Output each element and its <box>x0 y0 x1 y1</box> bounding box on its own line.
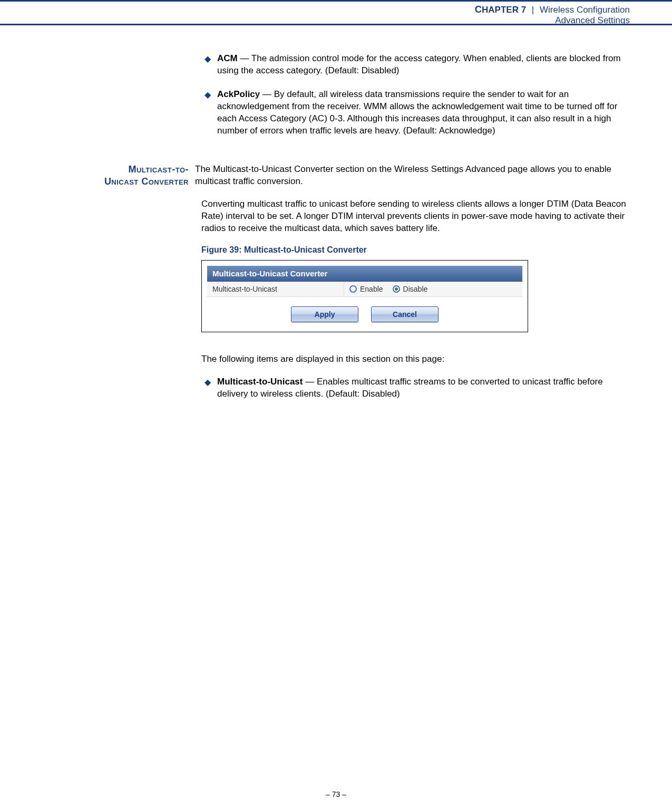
bullet-text: AckPolicy — By default, all wireless dat… <box>217 89 630 137</box>
list-item: ◆ Multicast-to-Unicast — Enables multica… <box>204 376 630 400</box>
panel-title: Multicast-to-Unicast Converter <box>207 266 522 282</box>
section-heading: Multicast-to- Unicast Converter <box>0 163 195 188</box>
section-heading-line1: Multicast-to- <box>128 164 189 175</box>
chapter-label: CChapter 7HAPTER 7 <box>475 5 526 15</box>
panel-buttons: Apply Cancel <box>207 297 522 326</box>
page-number: – 73 – <box>0 790 672 799</box>
desc: — The admission control mode for the acc… <box>217 53 621 75</box>
row-options: Enable Disable <box>344 282 522 296</box>
diamond-icon: ◆ <box>204 54 211 77</box>
bullet-list-bottom: ◆ Multicast-to-Unicast — Enables multica… <box>204 376 630 400</box>
section-intro: The Multicast-to-Unicast Converter secti… <box>195 163 630 188</box>
term: AckPolicy <box>217 89 260 99</box>
page-header: CChapter 7HAPTER 7 | Wireless Configurat… <box>0 0 672 25</box>
section-heading-line2: Unicast Converter <box>104 176 189 187</box>
header-separator: | <box>532 5 534 15</box>
list-item: ◆ ACM — The admission control mode for t… <box>204 53 630 77</box>
page-content: ◆ ACM — The admission control mode for t… <box>0 53 630 776</box>
figure-caption: Figure 39: Multicast-to-Unicast Converte… <box>201 245 630 255</box>
list-item: ◆ AckPolicy — By default, all wireless d… <box>204 89 630 137</box>
diamond-icon: ◆ <box>204 90 211 137</box>
bullet-text: ACM — The admission control mode for the… <box>217 53 630 77</box>
cancel-button[interactable]: Cancel <box>371 306 439 322</box>
radio-disable[interactable] <box>393 285 400 293</box>
header-title-2: Advanced Settings <box>0 15 630 26</box>
row-label: Multicast-to-Unicast <box>207 282 344 296</box>
term: Multicast-to-Unicast <box>217 377 303 387</box>
radio-enable[interactable] <box>349 285 357 293</box>
panel-row: Multicast-to-Unicast Enable Disable <box>207 282 522 297</box>
desc: — By default, all wireless data transmis… <box>217 89 617 136</box>
bullet-text: Multicast-to-Unicast — Enables multicast… <box>217 376 630 400</box>
apply-button[interactable]: Apply <box>291 306 358 322</box>
term: ACM <box>217 53 238 63</box>
radio-disable-label: Disable <box>403 285 428 293</box>
paragraph: Converting multicast traffic to unicast … <box>201 198 630 235</box>
figure-box: Multicast-to-Unicast Converter Multicast… <box>201 260 528 332</box>
bullet-list-top: ◆ ACM — The admission control mode for t… <box>204 53 630 137</box>
header-title-1: Wireless Configuration <box>540 5 630 15</box>
radio-enable-label: Enable <box>360 285 383 293</box>
paragraph: The following items are displayed in thi… <box>201 353 630 365</box>
section-row: Multicast-to- Unicast Converter The Mult… <box>0 163 630 188</box>
diamond-icon: ◆ <box>204 377 211 400</box>
